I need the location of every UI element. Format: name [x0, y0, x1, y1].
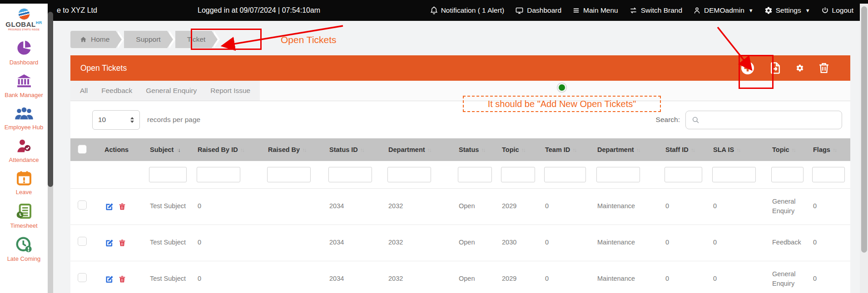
row-checkbox[interactable] [78, 273, 87, 282]
sidebar-item-bank-manager[interactable]: Bank Manager [0, 73, 48, 99]
tab-general-enquiry[interactable]: General Enquiry [139, 81, 203, 101]
sort-icon[interactable]: ↑↓ [691, 147, 694, 153]
filter-input-status-id-5[interactable] [328, 167, 372, 182]
column-header-topic-13[interactable]: Topic↑↓ [768, 138, 808, 161]
filter-input-department-10[interactable] [596, 167, 640, 182]
row-checkbox-cell [70, 225, 100, 261]
search-label: Search: [656, 116, 680, 124]
column-header-staff-id-11[interactable]: Staff ID↑↓ [661, 138, 709, 161]
tab-feedback[interactable]: Feedback [94, 81, 139, 101]
filter-cell-8 [497, 161, 541, 188]
column-header-status-id-5[interactable]: Status ID↑↓ [325, 138, 384, 161]
filter-input-staff-id-11[interactable] [665, 167, 702, 182]
chevron-down-icon: ▼ [805, 8, 810, 13]
navbar-item-dashboard[interactable]: Dashboard [515, 6, 561, 15]
select-all-checkbox[interactable] [78, 145, 87, 154]
navbar-item-logout[interactable]: Logout [821, 6, 853, 15]
column-header-raised-by-id-3[interactable]: Raised By ID↑↓ [193, 138, 263, 161]
sort-icon[interactable]: ↑↓ [521, 147, 525, 153]
row-checkbox-cell [70, 188, 100, 225]
edit-icon[interactable] [104, 238, 114, 248]
sort-icon[interactable]: ↑↓ [360, 147, 364, 153]
toolbar-gear-icon[interactable] [796, 64, 804, 72]
filter-input-raised-by-id-3[interactable] [197, 167, 240, 182]
edit-icon[interactable] [104, 202, 114, 211]
cell-raised-by-id: 0 [193, 225, 263, 261]
sort-icon[interactable]: ↑↓ [792, 147, 795, 153]
tickets-table: ActionsSubject↑↓Raised By ID↑↓Raised By↑… [70, 138, 850, 293]
sort-icon[interactable]: ↑↓ [302, 147, 306, 153]
column-header-topic-8[interactable]: Topic↑↓ [497, 138, 541, 161]
sort-icon[interactable]: ↑↓ [833, 147, 836, 153]
column-header-department-6[interactable]: Department↑↓ [384, 138, 454, 161]
sidebar-scrollbar-thumb[interactable] [48, 12, 53, 187]
sort-icon[interactable]: ↑↓ [636, 147, 640, 153]
breadcrumb-item-home[interactable]: Home [70, 31, 116, 48]
row-checkbox[interactable] [78, 237, 87, 246]
sort-icon[interactable]: ↑↓ [481, 147, 485, 153]
cell-team-id: 0 [541, 261, 593, 293]
table-row: Test Subject020342032Open20300Maintenanc… [70, 225, 850, 261]
cell-raised-by-id: 0 [193, 261, 263, 293]
navbar-item-main-menu[interactable]: Main Menu [572, 6, 618, 15]
filter-cell-2 [145, 161, 193, 188]
column-header-team-id-9[interactable]: Team ID↑↓ [541, 138, 593, 161]
toolbar-trash-icon[interactable] [818, 61, 830, 75]
column-header-raised-by-4[interactable]: Raised By↑↓ [263, 138, 325, 161]
tab-report-issue[interactable]: Report Issue [203, 81, 257, 101]
filter-cell-4 [263, 161, 325, 188]
column-label: Staff ID [665, 146, 689, 153]
navbar-item-switch-brand[interactable]: Switch Brand [629, 6, 682, 15]
cell-status-id: 2034 [325, 225, 384, 261]
column-header-status-7[interactable]: Status↑↓ [454, 138, 497, 161]
filter-input-department-6[interactable] [387, 167, 431, 182]
filter-input-flags-14[interactable] [812, 167, 845, 182]
column-header-sla-is-12[interactable]: SLA IS↑↓ [709, 138, 768, 161]
column-header-flags-14[interactable]: Flags↑↓ [808, 138, 850, 161]
column-header-department-10[interactable]: Department↑↓ [593, 138, 661, 161]
switch-icon [629, 7, 638, 14]
delete-icon[interactable] [118, 202, 126, 211]
filter-cell-6 [384, 161, 454, 188]
delete-icon[interactable] [118, 274, 126, 284]
navbar-item-notification-1-alert[interactable]: Notification ( 1 Alert) [430, 6, 505, 15]
sort-icon[interactable]: ↑↓ [176, 147, 179, 153]
person-check-icon [15, 137, 33, 155]
search-input[interactable] [685, 111, 842, 129]
sidebar-item-dashboard[interactable]: Dashboard [0, 39, 48, 67]
filter-input-raised-by-4[interactable] [267, 167, 311, 182]
sidebar-item-late-coming[interactable]: Late Coming [0, 235, 48, 263]
delete-icon[interactable] [118, 238, 126, 248]
sort-icon[interactable]: ↑↓ [736, 147, 740, 153]
column-label: SLA IS [713, 146, 734, 153]
sidebar-item-leave[interactable]: Leave [0, 170, 48, 196]
filter-cell-14 [808, 161, 850, 188]
tab-all[interactable]: All [73, 81, 94, 101]
navbar-item-demoadmin[interactable]: DEMOadmin▼ [693, 6, 754, 15]
page-scrollbar-thumb[interactable] [861, 6, 867, 253]
filter-cell-0 [70, 161, 100, 188]
sort-icon[interactable]: ↑↓ [427, 147, 431, 153]
filter-input-topic-13[interactable] [771, 167, 804, 182]
row-checkbox[interactable] [78, 200, 87, 210]
breadcrumb-item-support[interactable]: Support [124, 31, 167, 48]
sidebar-item-attendance[interactable]: Attendance [0, 137, 48, 164]
cell-sla-is: 0 [709, 261, 768, 293]
navbar-item-label: Settings [776, 6, 801, 15]
sidebar-item-employee-hub[interactable]: Employee Hub [0, 105, 48, 132]
navbar-item-settings[interactable]: Settings▼ [764, 6, 810, 15]
filter-input-sla-is-12[interactable] [712, 167, 756, 182]
filter-input-topic-8[interactable] [501, 167, 535, 182]
column-header-subject-2[interactable]: Subject↑↓ [145, 138, 193, 161]
sort-icon[interactable]: ↑↓ [240, 147, 244, 153]
globalhr-logo[interactable]: GLOBALHR PROGRESS STARTS INSIDE [0, 4, 48, 31]
sort-icon[interactable]: ↑↓ [572, 147, 576, 153]
filter-input-subject-2[interactable] [149, 167, 187, 182]
edit-icon[interactable] [104, 274, 114, 284]
filter-input-status-7[interactable] [458, 167, 492, 182]
sidebar-item-timesheet[interactable]: Timesheet [0, 202, 48, 230]
cell-status: Open [454, 261, 497, 293]
page-size-select[interactable]: 10 [92, 110, 140, 130]
monitor-icon [515, 6, 524, 15]
filter-input-team-id-9[interactable] [544, 167, 586, 182]
